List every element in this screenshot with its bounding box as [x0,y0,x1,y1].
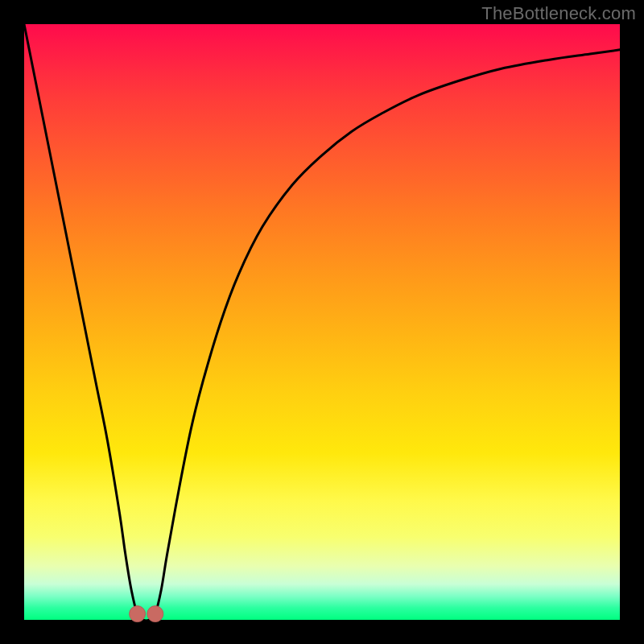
watermark-text: TheBottleneck.com [481,3,636,24]
bottleneck-curve [24,24,620,621]
curve-marker [130,606,146,622]
chart-svg-layer [24,24,620,620]
curve-marker [147,606,163,622]
chart-frame: TheBottleneck.com [0,0,644,644]
